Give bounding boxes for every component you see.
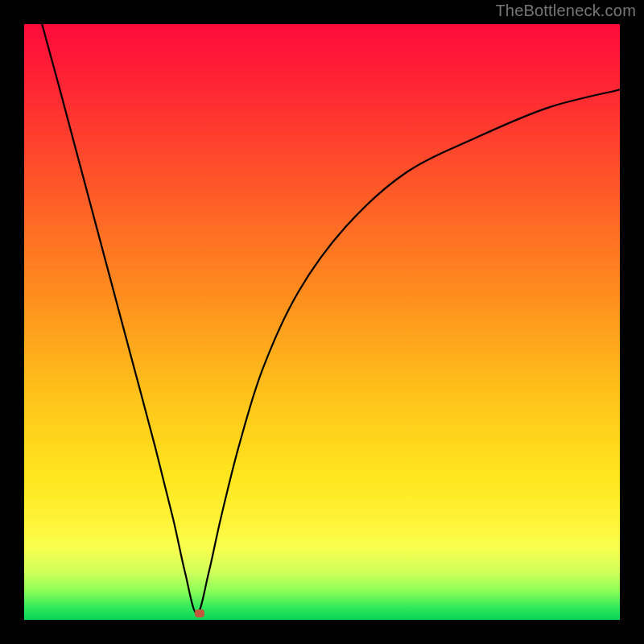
chart-frame: TheBottleneck.com [0, 0, 644, 644]
watermark-text: TheBottleneck.com [495, 2, 636, 20]
curve-path [42, 24, 620, 614]
bottleneck-curve [24, 24, 620, 620]
optimal-point-marker [195, 609, 204, 617]
plot-area [24, 24, 620, 620]
